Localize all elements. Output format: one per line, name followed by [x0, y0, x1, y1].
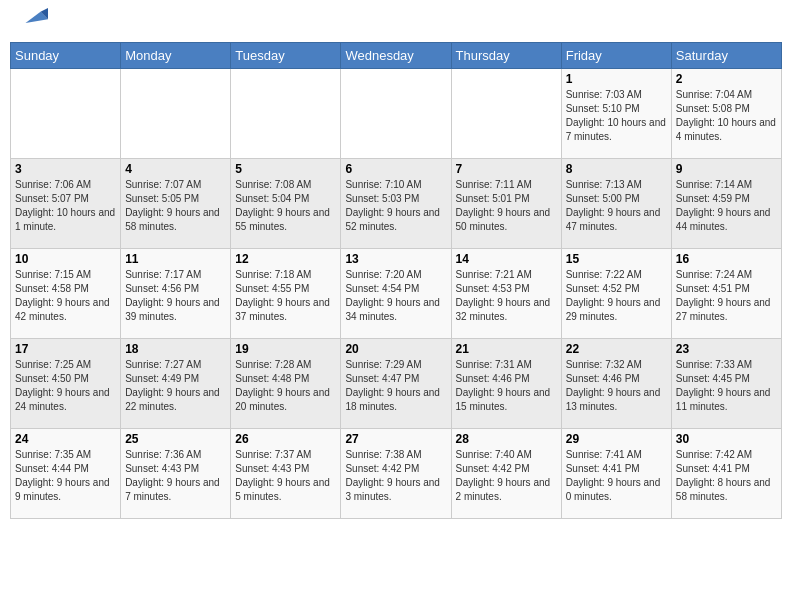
- day-info: Sunrise: 7:18 AM Sunset: 4:55 PM Dayligh…: [235, 268, 336, 324]
- calendar-cell: 1Sunrise: 7:03 AM Sunset: 5:10 PM Daylig…: [561, 69, 671, 159]
- calendar-cell: [11, 69, 121, 159]
- logo-icon: [18, 8, 48, 26]
- day-number: 26: [235, 432, 336, 446]
- calendar-cell: 16Sunrise: 7:24 AM Sunset: 4:51 PM Dayli…: [671, 249, 781, 339]
- day-of-week-header: Wednesday: [341, 43, 451, 69]
- day-info: Sunrise: 7:06 AM Sunset: 5:07 PM Dayligh…: [15, 178, 116, 234]
- day-info: Sunrise: 7:10 AM Sunset: 5:03 PM Dayligh…: [345, 178, 446, 234]
- day-info: Sunrise: 7:07 AM Sunset: 5:05 PM Dayligh…: [125, 178, 226, 234]
- day-info: Sunrise: 7:38 AM Sunset: 4:42 PM Dayligh…: [345, 448, 446, 504]
- calendar-cell: 17Sunrise: 7:25 AM Sunset: 4:50 PM Dayli…: [11, 339, 121, 429]
- day-info: Sunrise: 7:41 AM Sunset: 4:41 PM Dayligh…: [566, 448, 667, 504]
- calendar-cell: 6Sunrise: 7:10 AM Sunset: 5:03 PM Daylig…: [341, 159, 451, 249]
- day-number: 28: [456, 432, 557, 446]
- day-info: Sunrise: 7:13 AM Sunset: 5:00 PM Dayligh…: [566, 178, 667, 234]
- calendar-cell: [341, 69, 451, 159]
- day-info: Sunrise: 7:36 AM Sunset: 4:43 PM Dayligh…: [125, 448, 226, 504]
- day-info: Sunrise: 7:35 AM Sunset: 4:44 PM Dayligh…: [15, 448, 116, 504]
- calendar-cell: 10Sunrise: 7:15 AM Sunset: 4:58 PM Dayli…: [11, 249, 121, 339]
- calendar-cell: 7Sunrise: 7:11 AM Sunset: 5:01 PM Daylig…: [451, 159, 561, 249]
- day-number: 22: [566, 342, 667, 356]
- calendar-cell: 20Sunrise: 7:29 AM Sunset: 4:47 PM Dayli…: [341, 339, 451, 429]
- calendar-cell: 2Sunrise: 7:04 AM Sunset: 5:08 PM Daylig…: [671, 69, 781, 159]
- day-number: 21: [456, 342, 557, 356]
- day-of-week-header: Friday: [561, 43, 671, 69]
- calendar-cell: 13Sunrise: 7:20 AM Sunset: 4:54 PM Dayli…: [341, 249, 451, 339]
- day-info: Sunrise: 7:08 AM Sunset: 5:04 PM Dayligh…: [235, 178, 336, 234]
- calendar-cell: 12Sunrise: 7:18 AM Sunset: 4:55 PM Dayli…: [231, 249, 341, 339]
- calendar-cell: 27Sunrise: 7:38 AM Sunset: 4:42 PM Dayli…: [341, 429, 451, 519]
- day-of-week-header: Saturday: [671, 43, 781, 69]
- day-number: 7: [456, 162, 557, 176]
- day-number: 13: [345, 252, 446, 266]
- calendar-cell: 8Sunrise: 7:13 AM Sunset: 5:00 PM Daylig…: [561, 159, 671, 249]
- calendar-cell: 11Sunrise: 7:17 AM Sunset: 4:56 PM Dayli…: [121, 249, 231, 339]
- day-info: Sunrise: 7:28 AM Sunset: 4:48 PM Dayligh…: [235, 358, 336, 414]
- day-number: 20: [345, 342, 446, 356]
- calendar-cell: 21Sunrise: 7:31 AM Sunset: 4:46 PM Dayli…: [451, 339, 561, 429]
- day-info: Sunrise: 7:22 AM Sunset: 4:52 PM Dayligh…: [566, 268, 667, 324]
- calendar-cell: 25Sunrise: 7:36 AM Sunset: 4:43 PM Dayli…: [121, 429, 231, 519]
- day-number: 14: [456, 252, 557, 266]
- day-info: Sunrise: 7:24 AM Sunset: 4:51 PM Dayligh…: [676, 268, 777, 324]
- day-number: 4: [125, 162, 226, 176]
- calendar-cell: 5Sunrise: 7:08 AM Sunset: 5:04 PM Daylig…: [231, 159, 341, 249]
- calendar-cell: 23Sunrise: 7:33 AM Sunset: 4:45 PM Dayli…: [671, 339, 781, 429]
- calendar-week-row: 17Sunrise: 7:25 AM Sunset: 4:50 PM Dayli…: [11, 339, 782, 429]
- day-info: Sunrise: 7:03 AM Sunset: 5:10 PM Dayligh…: [566, 88, 667, 144]
- page-header: [10, 10, 782, 34]
- calendar-cell: [121, 69, 231, 159]
- calendar-cell: 28Sunrise: 7:40 AM Sunset: 4:42 PM Dayli…: [451, 429, 561, 519]
- day-of-week-header: Sunday: [11, 43, 121, 69]
- day-info: Sunrise: 7:40 AM Sunset: 4:42 PM Dayligh…: [456, 448, 557, 504]
- day-number: 10: [15, 252, 116, 266]
- day-number: 6: [345, 162, 446, 176]
- calendar-cell: 19Sunrise: 7:28 AM Sunset: 4:48 PM Dayli…: [231, 339, 341, 429]
- calendar-week-row: 10Sunrise: 7:15 AM Sunset: 4:58 PM Dayli…: [11, 249, 782, 339]
- day-info: Sunrise: 7:15 AM Sunset: 4:58 PM Dayligh…: [15, 268, 116, 324]
- day-info: Sunrise: 7:14 AM Sunset: 4:59 PM Dayligh…: [676, 178, 777, 234]
- day-number: 9: [676, 162, 777, 176]
- day-of-week-header: Thursday: [451, 43, 561, 69]
- day-info: Sunrise: 7:31 AM Sunset: 4:46 PM Dayligh…: [456, 358, 557, 414]
- day-info: Sunrise: 7:04 AM Sunset: 5:08 PM Dayligh…: [676, 88, 777, 144]
- calendar-week-row: 1Sunrise: 7:03 AM Sunset: 5:10 PM Daylig…: [11, 69, 782, 159]
- calendar-cell: [451, 69, 561, 159]
- day-number: 29: [566, 432, 667, 446]
- day-number: 2: [676, 72, 777, 86]
- calendar-table: SundayMondayTuesdayWednesdayThursdayFrid…: [10, 42, 782, 519]
- calendar-cell: 24Sunrise: 7:35 AM Sunset: 4:44 PM Dayli…: [11, 429, 121, 519]
- day-info: Sunrise: 7:11 AM Sunset: 5:01 PM Dayligh…: [456, 178, 557, 234]
- day-number: 17: [15, 342, 116, 356]
- calendar-cell: 15Sunrise: 7:22 AM Sunset: 4:52 PM Dayli…: [561, 249, 671, 339]
- day-number: 24: [15, 432, 116, 446]
- day-info: Sunrise: 7:27 AM Sunset: 4:49 PM Dayligh…: [125, 358, 226, 414]
- day-of-week-header: Tuesday: [231, 43, 341, 69]
- day-number: 12: [235, 252, 336, 266]
- day-number: 16: [676, 252, 777, 266]
- day-info: Sunrise: 7:21 AM Sunset: 4:53 PM Dayligh…: [456, 268, 557, 324]
- day-number: 15: [566, 252, 667, 266]
- logo: [14, 10, 48, 34]
- day-number: 8: [566, 162, 667, 176]
- day-info: Sunrise: 7:42 AM Sunset: 4:41 PM Dayligh…: [676, 448, 777, 504]
- day-number: 3: [15, 162, 116, 176]
- day-number: 27: [345, 432, 446, 446]
- calendar-cell: 26Sunrise: 7:37 AM Sunset: 4:43 PM Dayli…: [231, 429, 341, 519]
- day-number: 30: [676, 432, 777, 446]
- day-info: Sunrise: 7:29 AM Sunset: 4:47 PM Dayligh…: [345, 358, 446, 414]
- calendar-cell: 30Sunrise: 7:42 AM Sunset: 4:41 PM Dayli…: [671, 429, 781, 519]
- day-info: Sunrise: 7:17 AM Sunset: 4:56 PM Dayligh…: [125, 268, 226, 324]
- day-number: 5: [235, 162, 336, 176]
- day-info: Sunrise: 7:37 AM Sunset: 4:43 PM Dayligh…: [235, 448, 336, 504]
- calendar-cell: 3Sunrise: 7:06 AM Sunset: 5:07 PM Daylig…: [11, 159, 121, 249]
- day-info: Sunrise: 7:25 AM Sunset: 4:50 PM Dayligh…: [15, 358, 116, 414]
- calendar-header-row: SundayMondayTuesdayWednesdayThursdayFrid…: [11, 43, 782, 69]
- calendar-cell: 29Sunrise: 7:41 AM Sunset: 4:41 PM Dayli…: [561, 429, 671, 519]
- day-info: Sunrise: 7:32 AM Sunset: 4:46 PM Dayligh…: [566, 358, 667, 414]
- day-number: 19: [235, 342, 336, 356]
- day-number: 1: [566, 72, 667, 86]
- day-number: 25: [125, 432, 226, 446]
- calendar-cell: 14Sunrise: 7:21 AM Sunset: 4:53 PM Dayli…: [451, 249, 561, 339]
- calendar-week-row: 24Sunrise: 7:35 AM Sunset: 4:44 PM Dayli…: [11, 429, 782, 519]
